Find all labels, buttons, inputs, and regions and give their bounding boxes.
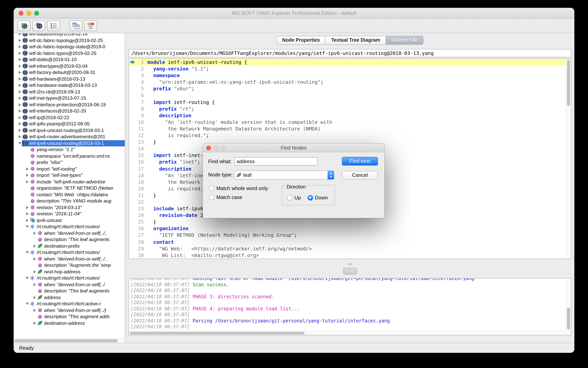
tree-item[interactable]: ietf-factory-default@2020-08-31 <box>14 69 125 76</box>
expander-closed-icon[interactable] <box>32 270 37 273</box>
tree-item[interactable]: organization"IETF NETMOD (Netwo <box>14 185 125 191</box>
tree-item[interactable]: description"This leaf augments <box>14 288 125 294</box>
expander-closed-icon[interactable] <box>25 219 29 222</box>
expander-closed-icon[interactable] <box>25 174 29 177</box>
expander-open-icon[interactable] <box>25 303 29 305</box>
tree-item-content[interactable]: import"ietf-inet-types" <box>29 172 125 179</box>
tree-item[interactable]: revision"2018-03-13" <box>14 204 125 211</box>
sidebar-hscroll-thumb[interactable] <box>14 339 118 342</box>
combo-stepper-icon[interactable] <box>328 171 334 180</box>
tree-item-content[interactable]: ietf-dc-fabric-topology-state@2019-0 <box>22 44 125 50</box>
window-titlebar[interactable]: MG-SOFT YANG Explorer Professional Editi… <box>14 8 574 19</box>
direction-up-radio[interactable] <box>287 195 292 200</box>
expander-closed-icon[interactable] <box>18 90 22 93</box>
dialog-minimize-button[interactable] <box>214 146 218 150</box>
tree-item-content[interactable]: namespace"urn:ietf:params:xml:ns <box>29 153 125 159</box>
expander-closed-icon[interactable] <box>32 296 37 299</box>
tree-item-content[interactable]: ietf-factory-default@2020-08-31 <box>22 69 125 76</box>
dialog-zoom-button[interactable] <box>221 146 226 150</box>
tree-item-content[interactable]: next-hop-address <box>37 268 125 275</box>
tree-item-content[interactable]: ietf-dc-fabric-topology@2019-02-25 <box>22 37 125 44</box>
tree-item[interactable]: ietf-hardware@2018-03-13 <box>14 76 125 82</box>
tree-item[interactable]: yang-version"1.1" <box>14 147 125 153</box>
expander-closed-icon[interactable] <box>18 122 22 126</box>
module-list-button[interactable] <box>47 20 60 31</box>
expander-closed-icon[interactable] <box>18 77 22 81</box>
tree-item[interactable]: import"ietf-routing" <box>14 166 125 172</box>
expander-closed-icon[interactable] <box>25 206 29 209</box>
tree-item[interactable]: contact"WG Web: <https://datatra <box>14 191 125 198</box>
expander-closed-icon[interactable] <box>18 103 22 106</box>
expander-open-icon[interactable] <box>25 226 29 228</box>
expander-closed-icon[interactable] <box>18 34 22 36</box>
tree-item-content[interactable]: revision"2018-03-13" <box>29 204 125 211</box>
tree-item[interactable]: ietf-dc-fabric-topology@2019-02-25 <box>14 37 125 44</box>
tree-item[interactable]: /rt:routing/rt:ribs/rt:rib/rt:routes/ <box>14 275 125 281</box>
tree-item[interactable]: ietf-ipv6-router-advertisements@201 <box>14 134 125 140</box>
tree-item[interactable]: ietf-ipv6-unicast-routing@2018-03-1 <box>14 140 125 147</box>
tree-item[interactable]: destination-address <box>14 320 125 326</box>
match-case-checkbox[interactable] <box>209 195 214 200</box>
tree-item-content[interactable]: ietf-i2rs-rib@2018-09-13 <box>22 89 125 95</box>
tree-item-content[interactable]: /rt:routing/rt:ribs/rt:rib/rt:routes/ <box>29 223 125 230</box>
tree-item-content[interactable]: revision"2016-11-04" <box>29 211 125 217</box>
close-button[interactable] <box>19 11 23 16</box>
tree-item[interactable]: /rt:routing/rt:ribs/rt:rib/rt:routes/ <box>14 223 125 230</box>
tree-item-content[interactable]: import"ietf-routing" <box>29 166 125 172</box>
tree-item[interactable]: include"ietf-ipv6-router-advertise <box>14 179 125 185</box>
tree-item-content[interactable]: ietf-datastores@2018-02-14 <box>22 34 125 37</box>
tree-item-content[interactable]: contact"WG Web: <https://datatra <box>29 191 125 198</box>
expander-closed-icon[interactable] <box>18 84 22 87</box>
expander-closed-icon[interactable] <box>32 232 37 235</box>
direction-down-radio[interactable] <box>308 195 313 200</box>
tree-item-content[interactable]: organization"IETF NETMOD (Netwo <box>29 185 125 191</box>
expander-closed-icon[interactable] <box>18 135 22 138</box>
log-horizontal-scrollbar[interactable] <box>129 331 566 335</box>
tree-item[interactable]: ietf-dc-fabric-topology-state@2019-0 <box>14 44 125 50</box>
tree-item-content[interactable]: ietf-ethertypes@2019-03-04 <box>22 63 125 69</box>
tree-item-content[interactable]: ietf-ip@2018-02-22 <box>22 114 125 121</box>
tree-item-content[interactable]: ietf-interface-protection@2019-06-19 <box>22 101 125 108</box>
tab-node-properties[interactable]: Node Properties <box>276 36 326 45</box>
tree-item-content[interactable]: when"derived-from-or-self(../. <box>37 281 125 288</box>
tree-item-content[interactable]: ietf-hardware@2018-03-13 <box>22 76 125 82</box>
expander-open-icon[interactable] <box>25 251 29 254</box>
tree-item[interactable]: address <box>14 294 125 301</box>
tree-item[interactable]: description"This YANG module aug <box>14 198 125 204</box>
expander-closed-icon[interactable] <box>18 45 22 48</box>
scan-modules-button[interactable] <box>32 20 45 31</box>
expander-closed-icon[interactable] <box>25 180 29 184</box>
expander-closed-icon[interactable] <box>32 322 37 325</box>
tree-item[interactable]: ietf-inet-types@2013-07-15 <box>14 95 125 101</box>
tree-item-content[interactable]: /rt:routing/rt:ribs/rt:rib/rt:active-r <box>29 301 125 307</box>
find-next-button[interactable]: Find next <box>342 157 378 166</box>
splitter-handle[interactable] <box>348 263 352 265</box>
expander-closed-icon[interactable] <box>18 52 22 55</box>
tree-item[interactable]: import"ietf-inet-types" <box>14 172 125 179</box>
minimize-button[interactable] <box>27 11 31 16</box>
tree-item-content[interactable]: ietf-dslite@2019-01-10 <box>22 56 125 63</box>
tree-item[interactable]: ietf-ipv4-unicast-routing@2018-03-1 <box>14 127 125 134</box>
tree-item-content[interactable]: description"This augment adds <box>37 313 125 320</box>
expander-open-icon[interactable] <box>18 142 22 145</box>
expander-closed-icon[interactable] <box>32 283 37 286</box>
expander-closed-icon[interactable] <box>18 39 22 42</box>
expander-closed-icon[interactable] <box>32 309 37 312</box>
tree-item-content[interactable]: description"This leaf augments <box>37 236 125 243</box>
expander-closed-icon[interactable] <box>18 110 22 113</box>
tree-item[interactable]: ietf-hardware-state@2018-03-13 <box>14 82 125 89</box>
tree-item-content[interactable]: description"This YANG module aug <box>29 198 125 204</box>
tree-item-content[interactable]: ietf-ipfix-psamp@2012-09-05 <box>22 121 125 127</box>
expander-closed-icon[interactable] <box>18 97 22 100</box>
tree-item[interactable]: ipv6-unicast <box>14 217 125 223</box>
tree-item-content[interactable]: ietf-dc-fabric-types@2019-02-25 <box>22 50 125 56</box>
tab-textual-tree-diagram[interactable]: Textual Tree Diagram <box>326 36 386 45</box>
tree-item-content[interactable]: ietf-inet-types@2013-07-15 <box>22 95 125 101</box>
tree-item[interactable]: description"Augments the 'simp <box>14 262 125 268</box>
dialog-titlebar[interactable]: Find Nodes <box>203 144 385 152</box>
log-vertical-scrollbar[interactable] <box>566 279 570 334</box>
code-vertical-scrollbar[interactable] <box>566 59 570 258</box>
log-vscroll-thumb[interactable] <box>567 308 570 330</box>
tree-item[interactable]: ietf-ip@2018-02-22 <box>14 114 125 121</box>
tree-item[interactable]: ietf-ipfix-psamp@2012-09-05 <box>14 121 125 127</box>
